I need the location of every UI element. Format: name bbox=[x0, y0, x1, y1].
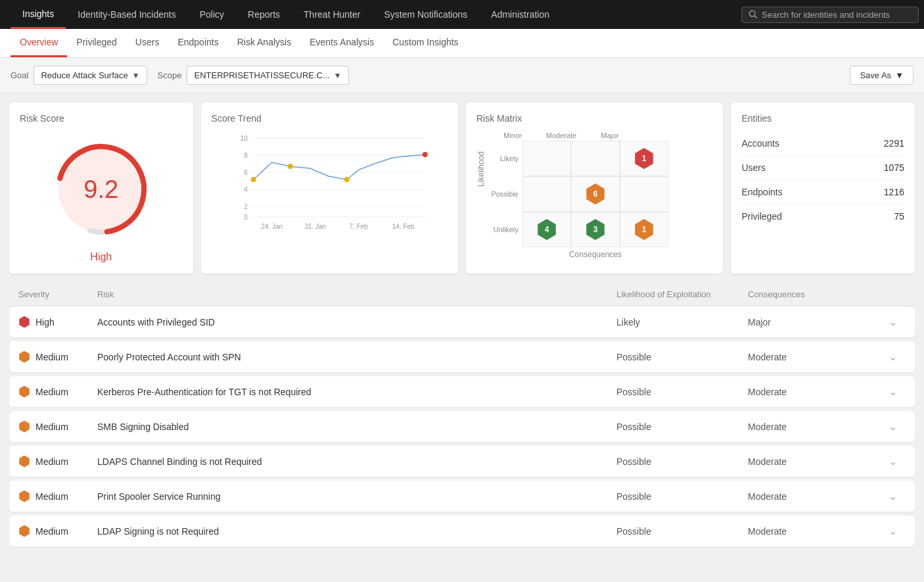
entity-endpoints: Endpoints 1216 bbox=[741, 180, 904, 205]
table-row[interactable]: Medium Print Spooler Service Running Pos… bbox=[9, 481, 915, 512]
expand-icon-6[interactable]: ⌄ bbox=[879, 525, 906, 537]
table-row[interactable]: Medium LDAP Signing is not Required Poss… bbox=[9, 516, 915, 546]
consequences-1: Moderate bbox=[748, 352, 879, 362]
entity-users-count: 1075 bbox=[884, 162, 904, 173]
svg-text:4: 4 bbox=[244, 186, 248, 193]
risk-table-header: Severity Risk Likelihood of Exploitation… bbox=[9, 283, 915, 306]
expand-icon-5[interactable]: ⌄ bbox=[879, 490, 906, 502]
nav-system-notifications[interactable]: System Notifications bbox=[372, 0, 479, 29]
svg-text:24. Jan: 24. Jan bbox=[261, 223, 283, 230]
nav-items: Insights Identity-Based Incidents Policy… bbox=[11, 0, 741, 29]
search-placeholder: Search for identities and incidents bbox=[762, 10, 890, 20]
top-nav: Insights Identity-Based Incidents Policy… bbox=[0, 0, 924, 29]
risk-name-2: Kerberos Pre-Authentication for TGT is n… bbox=[97, 387, 616, 397]
scope-label: Scope bbox=[158, 70, 182, 80]
nav-insights[interactable]: Insights bbox=[11, 0, 66, 29]
cell-possible-major bbox=[620, 176, 668, 212]
severity-cell-high: High bbox=[18, 316, 97, 328]
expand-icon-1[interactable]: ⌄ bbox=[879, 351, 906, 363]
cell-unlikely-major: 1 bbox=[620, 212, 668, 247]
entity-privileged-label: Privileged bbox=[741, 211, 781, 222]
search-box[interactable]: Search for identities and incidents bbox=[741, 7, 919, 23]
nav-identity-incidents[interactable]: Identity-Based Incidents bbox=[66, 0, 187, 29]
goal-select[interactable]: Reduce Attack Surface ▼ bbox=[34, 66, 147, 85]
cell-likely-major: 1 bbox=[620, 141, 668, 176]
svg-text:7. Feb: 7. Feb bbox=[349, 223, 368, 230]
table-row[interactable]: Medium LDAPS Channel Binding is not Requ… bbox=[9, 446, 915, 477]
svg-text:0: 0 bbox=[244, 214, 248, 221]
expand-icon-2[interactable]: ⌄ bbox=[879, 385, 906, 398]
svg-point-24 bbox=[422, 152, 427, 157]
svg-line-1 bbox=[754, 16, 756, 18]
severity-label-medium-4: Medium bbox=[35, 456, 68, 467]
svg-text:8: 8 bbox=[244, 152, 248, 159]
entity-users-label: Users bbox=[741, 162, 766, 173]
nav-threat-hunter[interactable]: Threat Hunter bbox=[292, 0, 372, 29]
likelihood-2: Possible bbox=[616, 387, 748, 397]
expand-icon-0[interactable]: ⌄ bbox=[879, 316, 906, 328]
nav-policy[interactable]: Policy bbox=[188, 0, 236, 29]
matrix-wrap: Minor Moderate Major Likely 1 bbox=[488, 132, 668, 259]
risk-name-4: LDAPS Channel Binding is not Required bbox=[97, 456, 616, 467]
severity-icon-medium bbox=[18, 491, 30, 502]
entity-privileged-count: 75 bbox=[894, 211, 904, 222]
table-row[interactable]: Medium Poorly Protected Account with SPN… bbox=[9, 341, 915, 372]
likelihood-6: Possible bbox=[616, 526, 748, 537]
likelihood-1: Possible bbox=[616, 352, 748, 362]
cell-unlikely-minor: 4 bbox=[522, 212, 571, 247]
entities-title: Entities bbox=[741, 113, 904, 124]
tab-endpoints[interactable]: Endpoints bbox=[168, 29, 227, 57]
svg-point-23 bbox=[344, 177, 349, 182]
gauge-text: 9.2 bbox=[83, 176, 118, 204]
scope-chevron-icon: ▼ bbox=[334, 71, 342, 80]
nav-administration[interactable]: Administration bbox=[479, 0, 561, 29]
entity-users: Users 1075 bbox=[741, 156, 904, 180]
goal-value: Reduce Attack Surface bbox=[41, 70, 127, 80]
severity-label-medium: Medium bbox=[35, 352, 68, 362]
scope-select[interactable]: ENTERPRISETHATISSECURE.C... ▼ bbox=[187, 66, 348, 85]
likelihood-4: Possible bbox=[616, 456, 748, 467]
severity-cell-medium-6: Medium bbox=[18, 525, 97, 537]
entity-accounts-label: Accounts bbox=[741, 138, 779, 149]
col-header-major: Major bbox=[586, 132, 634, 139]
score-trend-title: Score Trend bbox=[212, 113, 448, 124]
table-row[interactable]: High Accounts with Privileged SID Likely… bbox=[9, 306, 915, 337]
entity-privileged: Privileged 75 bbox=[741, 205, 904, 228]
tab-users[interactable]: Users bbox=[126, 29, 169, 57]
cell-possible-minor bbox=[522, 176, 571, 212]
expand-icon-4[interactable]: ⌄ bbox=[879, 455, 906, 468]
tab-risk-analysis[interactable]: Risk Analysis bbox=[228, 29, 300, 57]
risk-table: Severity Risk Likelihood of Exploitation… bbox=[0, 283, 924, 564]
tab-custom-insights[interactable]: Custom Insights bbox=[383, 29, 467, 57]
severity-icon-medium bbox=[18, 421, 30, 433]
cards-row: Risk Score 9.2 High Score Trend bbox=[0, 93, 924, 283]
expand-icon-3[interactable]: ⌄ bbox=[879, 420, 906, 433]
risk-name-5: Print Spooler Service Running bbox=[97, 491, 616, 502]
likelihood-3: Possible bbox=[616, 422, 748, 432]
entities-card: Entities Accounts 2291 Users 1075 Endpoi… bbox=[731, 103, 915, 274]
tab-privileged[interactable]: Privileged bbox=[67, 29, 126, 57]
gauge: 9.2 bbox=[49, 137, 154, 242]
nav-reports[interactable]: Reports bbox=[236, 0, 292, 29]
tab-overview[interactable]: Overview bbox=[11, 29, 67, 57]
severity-cell-medium-3: Medium bbox=[18, 421, 97, 433]
likelihood-0: Likely bbox=[616, 317, 748, 327]
risk-matrix-card: Risk Matrix Likelihood Minor Moderate Ma… bbox=[466, 103, 723, 274]
svg-text:31. Jan: 31. Jan bbox=[304, 223, 326, 230]
cell-likely-moderate bbox=[571, 141, 620, 176]
cell-likely-minor bbox=[522, 141, 571, 176]
risk-name-6: LDAP Signing is not Required bbox=[97, 526, 616, 537]
goal-label: Goal bbox=[11, 70, 28, 80]
save-as-button[interactable]: Save As ▼ bbox=[850, 66, 913, 85]
severity-cell-medium-4: Medium bbox=[18, 456, 97, 468]
severity-cell-medium-5: Medium bbox=[18, 491, 97, 502]
hex-3-green: 3 bbox=[585, 219, 606, 240]
table-row[interactable]: Medium Kerberos Pre-Authentication for T… bbox=[9, 376, 915, 407]
goal-chevron-icon: ▼ bbox=[132, 71, 140, 80]
severity-icon-medium bbox=[18, 386, 30, 398]
tab-events-analysis[interactable]: Events Analysis bbox=[300, 29, 383, 57]
consequences-0: Major bbox=[748, 317, 879, 327]
table-row[interactable]: Medium SMB Signing Disabled Possible Mod… bbox=[9, 411, 915, 442]
hex-1-orange: 1 bbox=[634, 219, 655, 240]
entity-endpoints-label: Endpoints bbox=[741, 187, 782, 197]
